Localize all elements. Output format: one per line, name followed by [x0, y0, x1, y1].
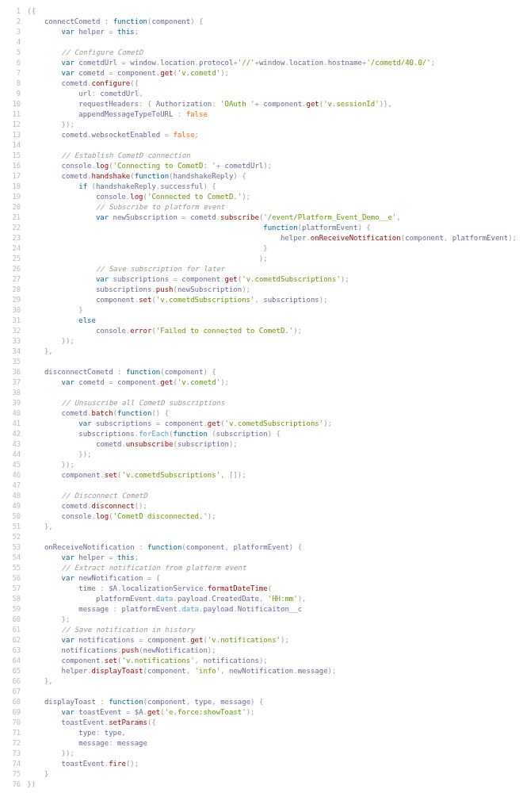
line-number: 67 — [6, 687, 21, 697]
code-line: url: cometdUrl, — [27, 89, 517, 99]
code-line: }); — [27, 120, 517, 130]
line-number: 30 — [6, 305, 21, 316]
line-number: 16 — [6, 161, 21, 171]
line-number: 29 — [6, 295, 21, 305]
code-line: component.set('v.cometdSubscriptions', s… — [27, 295, 517, 305]
code-line: message: message — [27, 738, 517, 749]
code-line: onReceiveNotification : function(compone… — [27, 542, 517, 553]
code-line: var cometd = component.get('v.cometd'); — [27, 68, 517, 79]
line-number: 11 — [6, 109, 21, 120]
code-line: var notifications = component.get('v.not… — [27, 635, 517, 645]
line-number: 41 — [6, 419, 21, 429]
code-line — [27, 687, 517, 697]
line-number: 12 — [6, 120, 21, 130]
line-number: 59 — [6, 604, 21, 615]
line-number: 37 — [6, 377, 21, 388]
code-line: var cometd = component.get('v.cometd'); — [27, 377, 517, 388]
line-number: 2 — [6, 17, 21, 27]
code-lines: ({ connectCometd : function(component) {… — [27, 6, 517, 790]
line-number: 44 — [6, 450, 21, 460]
line-number: 57 — [6, 584, 21, 594]
code-line: var helper = this; — [27, 27, 517, 37]
code-line: }; — [27, 615, 517, 625]
code-line — [27, 388, 517, 398]
code-line: requestHeaders: { Authorization: 'OAuth … — [27, 99, 517, 109]
code-line: var newSubscription = cometd.subscribe('… — [27, 213, 517, 223]
code-line: cometd.handshake(function(handshakeReply… — [27, 171, 517, 182]
line-number: 8 — [6, 79, 21, 89]
line-number: 52 — [6, 532, 21, 542]
code-block: 1234567891011121314151617181920212223242… — [6, 6, 517, 790]
line-number: 42 — [6, 429, 21, 439]
line-number: 34 — [6, 347, 21, 357]
code-line: }, — [27, 347, 517, 357]
code-line — [27, 481, 517, 491]
line-number: 7 — [6, 68, 21, 79]
line-number: 4 — [6, 37, 21, 48]
line-number: 51 — [6, 522, 21, 532]
code-line: toastEvent.fire(); — [27, 759, 517, 769]
code-line: ({ — [27, 6, 517, 17]
code-line: time : $A.localizationService.formatDate… — [27, 584, 517, 594]
code-line: console.log('CometD disconnected.'); — [27, 511, 517, 522]
code-line: displayToast : function(component, type,… — [27, 697, 517, 707]
line-number: 15 — [6, 151, 21, 161]
code-line: helper.onReceiveNotification(component, … — [27, 233, 517, 243]
line-number: 21 — [6, 213, 21, 223]
line-number: 5 — [6, 48, 21, 58]
line-number: 36 — [6, 367, 21, 377]
line-numbers: 1234567891011121314151617181920212223242… — [6, 6, 27, 790]
code-line: platformEvent.data.payload.CreatedDate, … — [27, 594, 517, 604]
code-line: // Establish CometD connection — [27, 151, 517, 161]
code-line: connectCometd : function(component) { — [27, 17, 517, 27]
code-line: type: type, — [27, 728, 517, 738]
line-number: 49 — [6, 501, 21, 511]
line-number: 47 — [6, 481, 21, 491]
code-line: // Disconnect CometD — [27, 491, 517, 501]
code-line: // Extract notification from platform ev… — [27, 563, 517, 573]
line-number: 64 — [6, 656, 21, 666]
line-number: 60 — [6, 615, 21, 625]
line-number: 13 — [6, 130, 21, 140]
line-number: 62 — [6, 635, 21, 645]
code-line: // Save notification in history — [27, 625, 517, 635]
line-number: 40 — [6, 408, 21, 419]
code-line: } — [27, 243, 517, 254]
code-line — [27, 140, 517, 151]
code-line: cometd.batch(function() { — [27, 408, 517, 419]
code-line: var subscriptions = component.get('v.com… — [27, 274, 517, 285]
line-number: 17 — [6, 171, 21, 182]
line-number: 53 — [6, 542, 21, 553]
code-line: subscriptions.forEach(function (subscrip… — [27, 429, 517, 439]
line-number: 33 — [6, 336, 21, 347]
code-line: var subscriptions = component.get('v.com… — [27, 419, 517, 429]
code-line: component.set('v.cometdSubscriptions', [… — [27, 470, 517, 481]
code-line: cometd.websocketEnabled = false; — [27, 130, 517, 140]
line-number: 66 — [6, 676, 21, 687]
line-number: 55 — [6, 563, 21, 573]
code-line: toastEvent.setParams({ — [27, 718, 517, 728]
line-number: 23 — [6, 233, 21, 243]
code-line: } — [27, 769, 517, 779]
line-number: 46 — [6, 470, 21, 481]
line-number: 6 — [6, 58, 21, 68]
line-number: 14 — [6, 140, 21, 151]
line-number: 25 — [6, 254, 21, 264]
code-line: appendMessageTypeToURL : false — [27, 109, 517, 120]
line-number: 19 — [6, 192, 21, 202]
code-line: cometd.unsubscribe(subscription); — [27, 439, 517, 450]
code-line: var toastEvent = $A.get('e.force:showToa… — [27, 707, 517, 718]
line-number: 26 — [6, 264, 21, 274]
line-number: 76 — [6, 779, 21, 790]
line-number: 32 — [6, 326, 21, 336]
line-number: 31 — [6, 316, 21, 326]
code-line: cometd.disconnect(); — [27, 501, 517, 511]
line-number: 54 — [6, 553, 21, 563]
line-number: 3 — [6, 27, 21, 37]
code-line: ); — [27, 254, 517, 264]
code-line: component.set('v.notifications', notific… — [27, 656, 517, 666]
code-line: helper.displayToast(component, 'info', n… — [27, 666, 517, 676]
code-line: }, — [27, 676, 517, 687]
code-line: var newNotification = { — [27, 573, 517, 584]
line-number: 9 — [6, 89, 21, 99]
